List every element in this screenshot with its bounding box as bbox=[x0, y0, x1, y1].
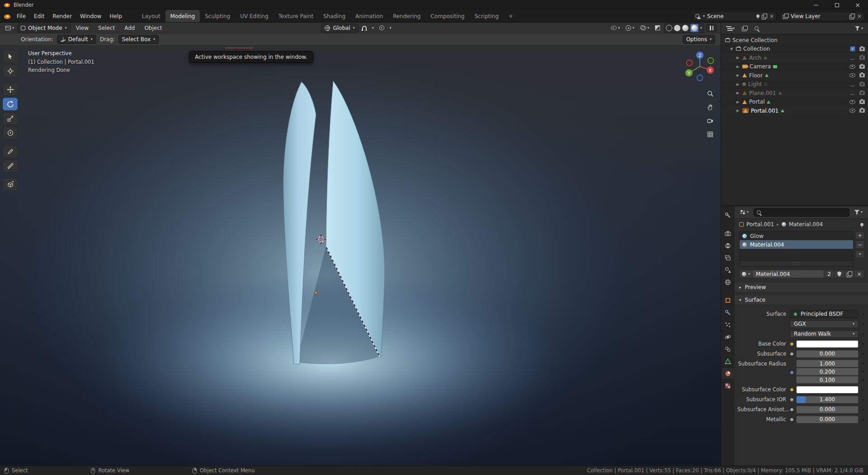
tab-view-layer[interactable] bbox=[722, 252, 734, 263]
mode-dropdown[interactable]: Object Mode ▾ bbox=[17, 24, 71, 33]
add-material-slot-button[interactable]: + bbox=[855, 231, 864, 239]
snap-toggle[interactable] bbox=[360, 25, 368, 31]
workspace-tab-animation[interactable]: Animation bbox=[350, 10, 388, 22]
render-visibility-icon[interactable] bbox=[859, 65, 865, 69]
tab-object-data[interactable] bbox=[722, 356, 734, 366]
object-row-portal[interactable]: ▶ Portal bbox=[721, 98, 868, 107]
scene-collection-name[interactable]: Scene Collection bbox=[732, 37, 778, 43]
material-slot-glow[interactable]: Glow bbox=[740, 232, 853, 240]
transform-tool-button[interactable] bbox=[3, 127, 18, 139]
remove-material-slot-button[interactable]: − bbox=[855, 241, 864, 249]
decorator-dot[interactable] bbox=[862, 388, 865, 391]
gizmos-dropdown[interactable]: ▾ bbox=[624, 24, 636, 32]
decorator-dot[interactable] bbox=[862, 362, 865, 365]
workspace-tab-shading[interactable]: Shading bbox=[318, 10, 350, 22]
decorator-dot[interactable] bbox=[862, 408, 865, 411]
browse-material-button[interactable]: ▾ bbox=[739, 270, 753, 278]
menu-render[interactable]: Render bbox=[48, 12, 76, 21]
menu-edit[interactable]: Edit bbox=[30, 12, 48, 21]
decorator-dot[interactable] bbox=[862, 332, 865, 336]
subsurface-radius-r-field[interactable]: 1.000 bbox=[796, 360, 859, 367]
disclosure-closed-icon[interactable]: ▶ bbox=[736, 109, 740, 113]
object-row-floor[interactable]: ▶ Floor bbox=[721, 71, 868, 80]
menu-object[interactable]: Object bbox=[140, 24, 166, 33]
scene-collection-row[interactable]: Scene Collection bbox=[721, 36, 868, 45]
render-visibility-icon[interactable] bbox=[859, 56, 865, 60]
measure-tool-button[interactable] bbox=[3, 160, 18, 172]
material-preview-shading-button[interactable] bbox=[682, 25, 689, 31]
object-row-plane001[interactable]: ▶ Plane.001 bbox=[721, 89, 868, 98]
decorator-dot[interactable] bbox=[862, 313, 865, 316]
outliner-filter-button[interactable]: ▾ bbox=[853, 25, 865, 32]
proportional-falloff-dropdown[interactable]: ▾ bbox=[388, 25, 393, 31]
orientation-dropdown[interactable]: Default ▾ bbox=[57, 35, 96, 44]
tab-modifiers[interactable] bbox=[722, 307, 734, 318]
view-layer-selector[interactable]: View Layer × bbox=[780, 12, 864, 21]
outliner-display-mode-button[interactable] bbox=[740, 25, 749, 32]
object-row-light[interactable]: ▶ Light bbox=[721, 80, 868, 89]
object-name[interactable]: Portal bbox=[749, 99, 764, 105]
add-workspace-button[interactable]: + bbox=[504, 10, 518, 22]
workspace-tab-compositing[interactable]: Compositing bbox=[425, 10, 469, 22]
object-row-portal001[interactable]: ▶ Portal.001 bbox=[721, 106, 868, 115]
distribution-dropdown[interactable]: GGX ▾ bbox=[790, 320, 859, 328]
properties-filter-button[interactable]: ▾ bbox=[853, 209, 864, 215]
workspace-tab-rendering[interactable]: Rendering bbox=[388, 10, 425, 22]
subsurface-radius-b-field[interactable]: 0.100 bbox=[796, 376, 859, 384]
rotate-tool-button[interactable] bbox=[3, 98, 18, 110]
overlays-dropdown[interactable]: ▾ bbox=[638, 24, 651, 31]
metallic-field[interactable]: 0.000 bbox=[796, 416, 859, 423]
tab-output[interactable] bbox=[722, 240, 734, 251]
drag-dropdown[interactable]: Select Box ▾ bbox=[118, 35, 159, 44]
disclosure-closed-icon[interactable]: ▶ bbox=[736, 56, 740, 60]
tab-scene[interactable] bbox=[722, 265, 734, 275]
render-pause-button[interactable] bbox=[706, 24, 717, 32]
render-visibility-icon[interactable] bbox=[859, 73, 865, 77]
surface-panel-header[interactable]: ▾ Surface bbox=[735, 295, 868, 305]
disclosure-closed-icon[interactable]: ▶ bbox=[736, 82, 740, 86]
subsurface-radius-g-field[interactable]: 0.200 bbox=[796, 368, 859, 375]
subsurface-anisotropy-field[interactable]: 0.000 bbox=[796, 406, 859, 413]
base-color-swatch[interactable] bbox=[796, 340, 859, 348]
workspace-tab-uv-editing[interactable]: UV Editing bbox=[235, 10, 274, 22]
viewport-canvas[interactable]: User Perspective (1) Collection | Portal… bbox=[0, 46, 721, 466]
render-visibility-icon[interactable] bbox=[859, 47, 865, 51]
solid-shading-button[interactable] bbox=[674, 25, 680, 31]
maximize-button[interactable] bbox=[826, 0, 847, 10]
new-view-layer-icon[interactable] bbox=[849, 14, 855, 19]
rendered-shading-button[interactable] bbox=[690, 24, 698, 32]
menu-view[interactable]: View bbox=[72, 24, 93, 33]
decorator-dot[interactable] bbox=[862, 342, 865, 346]
object-name[interactable]: Arch bbox=[749, 55, 761, 61]
object-name[interactable]: Plane.001 bbox=[749, 90, 776, 96]
fake-user-shield-button[interactable] bbox=[835, 270, 844, 278]
subsurface-ior-field[interactable]: 1.400 bbox=[796, 396, 859, 404]
breadcrumb-material[interactable]: Material.004 bbox=[789, 221, 823, 228]
remove-view-layer-icon[interactable]: × bbox=[857, 14, 862, 19]
menu-select[interactable]: Select bbox=[94, 24, 119, 33]
pin-icon[interactable] bbox=[860, 223, 863, 226]
new-scene-icon[interactable] bbox=[762, 14, 767, 19]
blender-app-menu-icon[interactable] bbox=[4, 13, 11, 20]
xray-toggle[interactable] bbox=[653, 24, 662, 31]
object-visibility-dropdown[interactable]: ▾ bbox=[609, 25, 622, 31]
tab-tool[interactable] bbox=[722, 210, 734, 220]
slot-list-resize-grip[interactable]: :::: bbox=[740, 261, 853, 266]
decorator-dot[interactable] bbox=[862, 398, 865, 401]
object-name[interactable]: Floor bbox=[749, 72, 763, 79]
hide-eye-icon[interactable] bbox=[849, 109, 855, 113]
gizmo-z-label[interactable]: Z bbox=[698, 53, 701, 58]
object-name[interactable]: Portal.001 bbox=[751, 108, 778, 114]
toggle-ortho-grid-button[interactable] bbox=[707, 131, 714, 138]
zoom-button[interactable] bbox=[707, 90, 714, 97]
transform-orientation-dropdown[interactable]: Global ▾ bbox=[321, 24, 358, 33]
scale-tool-button[interactable] bbox=[3, 112, 18, 125]
decorator-dot[interactable] bbox=[862, 418, 865, 421]
render-visibility-icon[interactable] bbox=[859, 100, 865, 104]
preview-panel-header[interactable]: ▸ Preview bbox=[735, 282, 868, 292]
hide-eye-icon[interactable] bbox=[849, 65, 855, 69]
navigation-gizmo[interactable]: Z Y X bbox=[683, 49, 717, 84]
decorator-dot[interactable] bbox=[862, 323, 865, 326]
subsurface-color-swatch[interactable] bbox=[796, 386, 859, 394]
hide-eye-icon[interactable] bbox=[849, 82, 855, 86]
